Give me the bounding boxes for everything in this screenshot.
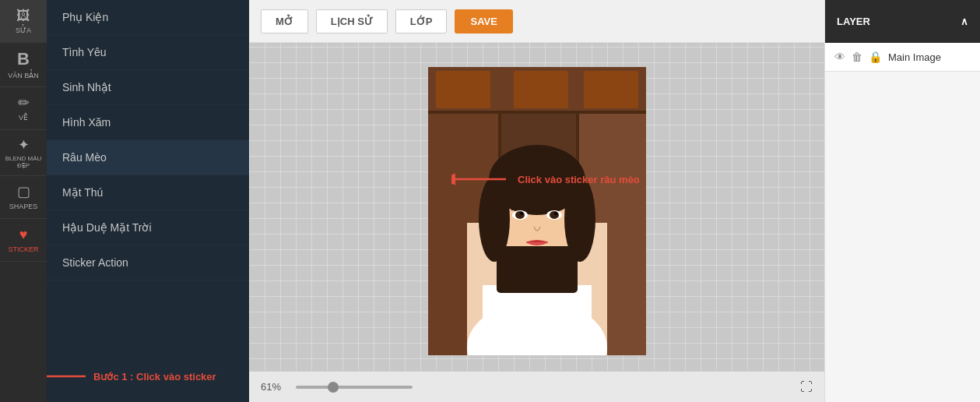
canvas-area[interactable]: Click vào sticker râu mèo <box>249 43 824 371</box>
toolbar-item-sua[interactable]: 🖼 SỬA <box>0 0 47 43</box>
lock-icon[interactable]: 🔒 <box>869 51 882 63</box>
pen-icon: ✏ <box>18 94 30 111</box>
lich-su-button[interactable]: LỊCH SỬ <box>316 9 388 34</box>
sticker-menu-sticker-action[interactable]: Sticker Action <box>47 245 249 280</box>
sticker-menu-mat-thu[interactable]: Mặt Thú <box>47 175 249 210</box>
sticker-menu-phu-kien[interactable]: Phụ Kiện <box>47 0 249 35</box>
sticker-menu-hau-due-mat-troi[interactable]: Hậu Duệ Mặt Trời <box>47 210 249 245</box>
svg-rect-7 <box>436 71 490 108</box>
shapes-label: SHAPES <box>9 203 38 211</box>
portrait-svg <box>428 67 646 355</box>
trash-icon[interactable]: 🗑 <box>852 51 862 63</box>
sticker-menu-rau-meo[interactable]: Râu Mèo <box>47 140 249 175</box>
svg-rect-6 <box>428 111 646 114</box>
sticker-menu-sinh-nhat[interactable]: Sinh Nhật <box>47 70 249 105</box>
sticker-menu-tinh-yeu[interactable]: Tình Yêu <box>47 35 249 70</box>
layer-row-main-image[interactable]: 👁 🗑 🔒 Main Image <box>825 43 980 72</box>
layer-name-main-image: Main Image <box>888 51 941 63</box>
svg-rect-12 <box>483 285 592 355</box>
blend-label: BLEND MÀU ĐẸP <box>3 156 44 170</box>
layer-title: LAYER <box>837 16 870 27</box>
photo-placeholder <box>428 67 646 355</box>
right-panel: LAYER ∧ 👁 🗑 🔒 Main Image <box>824 0 980 402</box>
chevron-up-icon[interactable]: ∧ <box>961 16 968 27</box>
svg-rect-8 <box>514 71 568 108</box>
toolbar-item-sticker[interactable]: ♥ STICKER <box>0 219 47 262</box>
main-content: MỞ LỊCH SỬ LỚP SAVE <box>249 0 824 402</box>
image-icon: 🖼 <box>16 8 30 24</box>
eye-icon[interactable]: 👁 <box>834 51 845 63</box>
svg-point-23 <box>520 212 523 215</box>
svg-point-24 <box>554 212 557 215</box>
toolbar-item-van-ban[interactable]: B VĂN BẢN <box>0 43 47 87</box>
mo-button[interactable]: MỞ <box>261 9 308 34</box>
top-toolbar: MỞ LỊCH SỬ LỚP SAVE <box>249 0 824 43</box>
svg-rect-9 <box>584 71 638 108</box>
toolbar-item-shapes[interactable]: ▢ SHAPES <box>0 176 47 219</box>
sticker-panel: Phụ Kiện Tình Yêu Sinh Nhật Hình Xăm Râu… <box>47 0 249 402</box>
sticker-menu-hinh-xam[interactable]: Hình Xăm <box>47 105 249 140</box>
text-icon: B <box>17 49 30 69</box>
svg-rect-18 <box>497 246 578 293</box>
save-button[interactable]: SAVE <box>455 9 512 34</box>
sticker-label: STICKER <box>8 245 38 254</box>
bottom-bar: 61% ⛶ <box>249 371 824 402</box>
lop-button[interactable]: LỚP <box>395 9 448 34</box>
shapes-icon: ▢ <box>17 183 30 200</box>
svg-point-21 <box>515 211 525 219</box>
zoom-slider[interactable] <box>296 386 413 389</box>
left-toolbar: 🖼 SỬA B VĂN BẢN ✏ VẼ ✦ BLEND MÀU ĐẸP ▢ S… <box>0 0 47 402</box>
layer-panel-header: LAYER ∧ <box>825 0 980 43</box>
photo-container <box>428 67 646 355</box>
van-ban-label: VĂN BẢN <box>8 72 39 80</box>
svg-point-22 <box>550 211 559 219</box>
sua-label: SỬA <box>16 26 31 35</box>
blend-icon: ✦ <box>18 136 30 153</box>
toolbar-item-ve[interactable]: ✏ VẼ <box>0 87 47 130</box>
fullscreen-icon[interactable]: ⛶ <box>800 380 813 394</box>
zoom-value: 61% <box>261 381 288 393</box>
toolbar-item-blend-mau-dep[interactable]: ✦ BLEND MÀU ĐẸP <box>0 130 47 177</box>
heart-icon: ♥ <box>19 227 28 243</box>
ve-label: VẼ <box>19 114 28 122</box>
